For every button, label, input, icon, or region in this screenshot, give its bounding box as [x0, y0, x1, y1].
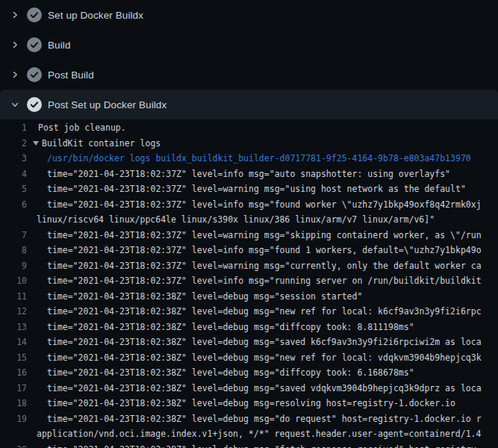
log-text: time="2021-04-23T18:02:38Z" level=debug … — [27, 304, 498, 320]
log-text-content: time="2021-04-23T18:02:38Z" level=debug … — [47, 337, 482, 347]
log-text: time="2021-04-23T18:02:37Z" level=info m… — [27, 197, 498, 213]
log-text: time="2021-04-23T18:02:38Z" level=debug … — [27, 350, 498, 366]
log-text: time="2021-04-23T18:02:38Z" level=debug … — [27, 396, 498, 411]
log-line: 14 time="2021-04-23T18:02:38Z" level=deb… — [0, 335, 498, 350]
log-text-content: Post job cleanup. — [38, 122, 126, 133]
log-line: 7 time="2021-04-23T18:02:37Z" level=warn… — [0, 228, 498, 243]
check-circle-icon — [27, 67, 42, 82]
line-number[interactable]: 15 — [0, 350, 27, 366]
log-text-content: time="2021-04-23T18:02:38Z" level=debug … — [47, 322, 414, 332]
line-number[interactable]: 11 — [0, 289, 27, 305]
line-number[interactable]: 7 — [0, 228, 27, 243]
log-text: time="2021-04-23T18:02:38Z" level=debug … — [27, 320, 498, 335]
workflow-log-viewer: Set up Docker Buildx Build P — [0, 0, 498, 448]
line-number[interactable]: 6 — [0, 197, 27, 213]
log-text-content: application/vnd.oci.image.index.v1+json,… — [37, 429, 481, 439]
chevron-right-icon[interactable] — [9, 69, 21, 81]
log-text: time="2021-04-23T18:02:38Z" level=debug … — [27, 411, 498, 427]
log-text-content: time="2021-04-23T18:02:37Z" level=info m… — [47, 245, 482, 255]
log-text-content: time="2021-04-23T18:02:38Z" level=debug … — [47, 383, 482, 393]
log-text-content: time="2021-04-23T18:02:37Z" level=warnin… — [47, 230, 482, 240]
line-number[interactable]: 12 — [0, 304, 27, 320]
line-number[interactable] — [0, 426, 27, 442]
step-header-1[interactable]: Set up Docker Buildx — [0, 0, 498, 30]
log-line: 4 time="2021-04-23T18:02:37Z" level=info… — [0, 167, 498, 182]
log-text: time="2021-04-23T18:02:37Z" level=info m… — [27, 167, 498, 182]
line-number[interactable]: 8 — [0, 243, 27, 258]
log-line[interactable]: 2 BuildKit container logs — [0, 136, 498, 152]
log-text: time="2021-04-23T18:02:38Z" level=debug … — [27, 365, 498, 381]
line-number[interactable]: 19 — [0, 411, 27, 427]
log-text: application/vnd.oci.image.index.v1+json,… — [27, 426, 498, 442]
log-line: 1 Post job cleanup. — [0, 120, 498, 136]
check-circle-icon — [27, 7, 42, 22]
log-text-content: time="2021-04-23T18:02:38Z" level=debug … — [47, 367, 414, 378]
log-text-content: time="2021-04-23T18:02:37Z" level=info m… — [47, 276, 482, 286]
log-line: 6 time="2021-04-23T18:02:37Z" level=info… — [0, 197, 498, 213]
log-line: 3 /usr/bin/docker logs buildx_buildkit_b… — [0, 151, 498, 167]
log-text-content: time="2021-04-23T18:02:37Z" level=info m… — [47, 169, 450, 179]
step-header-3[interactable]: Post Build — [0, 60, 498, 90]
line-number[interactable]: 2 — [0, 136, 27, 152]
log-line: 12 time="2021-04-23T18:02:38Z" level=deb… — [0, 304, 498, 320]
log-line: 16 time="2021-04-23T18:02:38Z" level=deb… — [0, 365, 498, 381]
line-number[interactable]: 16 — [0, 365, 27, 381]
log-text-content: time="2021-04-23T18:02:37Z" level=warnin… — [47, 261, 482, 271]
line-number[interactable]: 9 — [0, 258, 27, 274]
chevron-right-icon[interactable] — [9, 9, 21, 21]
line-number[interactable]: 1 — [0, 120, 27, 136]
check-circle-icon — [27, 97, 42, 112]
log-line: 19 time="2021-04-23T18:02:38Z" level=deb… — [0, 411, 498, 427]
line-number[interactable]: 13 — [0, 320, 27, 335]
log-text-content: linux/riscv64 linux/ppc64le linux/s390x … — [37, 214, 435, 225]
log-text: linux/riscv64 linux/ppc64le linux/s390x … — [27, 212, 498, 228]
step-title: Post Build — [48, 69, 94, 81]
line-number[interactable] — [0, 212, 27, 228]
log-text: time="2021-04-23T18:02:37Z" level=info m… — [27, 243, 498, 258]
step-header-2[interactable]: Build — [0, 30, 498, 60]
group-toggle-icon[interactable] — [33, 141, 39, 146]
log-text: time="2021-04-23T18:02:38Z" level=debug … — [27, 289, 498, 305]
log-text: time="2021-04-23T18:02:38Z" level=debug … — [27, 381, 498, 396]
log-text-content: time="2021-04-23T18:02:38Z" level=debug … — [47, 291, 362, 302]
log-line: 18 time="2021-04-23T18:02:38Z" level=deb… — [0, 396, 498, 411]
log-text: time="2021-04-23T18:02:37Z" level=warnin… — [27, 228, 498, 243]
log-line: application/vnd.oci.image.index.v1+json,… — [0, 426, 498, 442]
log-text: time="2021-04-23T18:02:37Z" level=warnin… — [27, 181, 498, 197]
log-text-content: time="2021-04-23T18:02:38Z" level=debug … — [47, 306, 482, 317]
chevron-down-icon[interactable] — [9, 99, 21, 111]
chevron-right-icon[interactable] — [9, 39, 21, 51]
line-number[interactable]: 17 — [0, 381, 27, 396]
line-number[interactable]: 10 — [0, 273, 27, 289]
step-title: Build — [48, 40, 71, 51]
log-text: Post job cleanup. — [27, 120, 498, 136]
log-text-content: time="2021-04-23T18:02:38Z" level=debug … — [47, 352, 482, 363]
line-number[interactable]: 4 — [0, 167, 27, 182]
log-line: linux/riscv64 linux/ppc64le linux/s390x … — [0, 212, 498, 228]
line-number[interactable]: 5 — [0, 181, 27, 197]
log-line: 10 time="2021-04-23T18:02:37Z" level=inf… — [0, 273, 498, 289]
log-text: time="2021-04-23T18:02:38Z" level=debug … — [27, 442, 498, 448]
log-line: 20 time="2021-04-23T18:02:38Z" level=deb… — [0, 442, 498, 448]
log-text-content: /usr/bin/docker logs buildx_buildkit_bui… — [47, 153, 471, 164]
line-number[interactable]: 14 — [0, 335, 27, 350]
log-line: 11 time="2021-04-23T18:02:38Z" level=deb… — [0, 289, 498, 305]
log-line: 15 time="2021-04-23T18:02:38Z" level=deb… — [0, 350, 498, 366]
line-number[interactable]: 20 — [0, 442, 27, 448]
log-text-content: time="2021-04-23T18:02:38Z" level=debug … — [47, 398, 455, 408]
log-text-content: time="2021-04-23T18:02:37Z" level=info m… — [47, 199, 482, 210]
log-text: time="2021-04-23T18:02:38Z" level=debug … — [27, 335, 498, 350]
steps-list: Set up Docker Buildx Build P — [0, 0, 498, 119]
step-title: Set up Docker Buildx — [48, 10, 143, 21]
log-line: 9 time="2021-04-23T18:02:37Z" level=warn… — [0, 258, 498, 274]
log-line: 8 time="2021-04-23T18:02:37Z" level=info… — [0, 243, 498, 258]
log-text-content: time="2021-04-23T18:02:38Z" level=debug … — [47, 414, 482, 424]
log-line: 5 time="2021-04-23T18:02:37Z" level=warn… — [0, 181, 498, 197]
step-header-4[interactable]: Post Set up Docker Buildx — [0, 90, 498, 119]
log-output: 1 Post job cleanup. 2 BuildKit container… — [0, 119, 498, 448]
line-number[interactable]: 3 — [0, 151, 27, 167]
line-number[interactable]: 18 — [0, 396, 27, 411]
log-text-content: time="2021-04-23T18:02:37Z" level=warnin… — [47, 184, 466, 194]
check-circle-icon — [27, 37, 42, 52]
log-text: /usr/bin/docker logs buildx_buildkit_bui… — [27, 151, 498, 167]
